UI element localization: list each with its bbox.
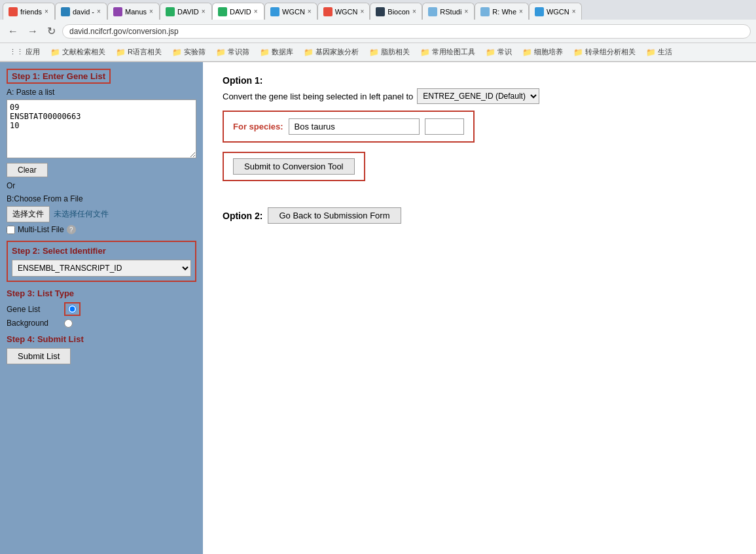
bookmark-common2[interactable]: 📁 常识: [482, 46, 516, 58]
apps-icon: ⋮⋮: [9, 48, 24, 56]
tab-favicon-wgcn3: [535, 7, 544, 16]
bookmark-gene-family[interactable]: 📁 基因家族分析: [300, 46, 363, 58]
tab-favicon-rstudio: [428, 7, 437, 16]
part-a-section: A: Paste a list 09 ENSBTAT00000663 10 Cl…: [7, 88, 196, 177]
gene-list-container: 09 ENSBTAT00000663 10: [7, 99, 196, 160]
gene-list-radio[interactable]: [68, 305, 77, 313]
tab-rstudio[interactable]: RStudi ×: [422, 3, 475, 20]
bookmark-label-literature: 文献检索相关: [62, 47, 105, 57]
bookmark-life[interactable]: 📁 生活: [642, 46, 676, 58]
url-bar[interactable]: david.ncifcrf.gov/conversion.jsp: [62, 24, 751, 39]
right-panel: Option 1: Convert the gene list being se…: [203, 62, 756, 554]
step4-section: Step 4: Submit List Submit List: [7, 334, 196, 364]
background-radio[interactable]: [64, 319, 73, 328]
tab-close-wgcn1[interactable]: ×: [308, 8, 312, 15]
tab-david3[interactable]: DAVID ×: [212, 3, 264, 20]
go-back-button[interactable]: Go Back to Submission Form: [268, 207, 401, 224]
tab-biocn[interactable]: Biocon ×: [370, 3, 422, 20]
bookmark-label-common2: 常识: [497, 47, 512, 57]
clear-button[interactable]: Clear: [7, 163, 48, 177]
option2-section: Option 2: Go Back to Submission Form: [223, 207, 736, 224]
gene-list-textarea[interactable]: 09 ENSBTAT00000663 10: [7, 99, 196, 158]
bookmark-label-cell: 细胞培养: [534, 47, 563, 57]
file-row: 选择文件 未选择任何文件: [7, 206, 196, 222]
tab-label-wgcn3: WGCN: [547, 8, 569, 16]
bookmark-r[interactable]: 📁 R语言相关: [112, 46, 166, 58]
folder-icon-common1: 📁: [216, 48, 226, 57]
tab-bar: friends × david - × Manus × DAVID × DAVI…: [0, 0, 756, 20]
tab-close-david2[interactable]: ×: [202, 8, 206, 15]
submit-conversion-button[interactable]: Submit to Conversion Tool: [233, 158, 355, 175]
option1-text: Convert the gene list being selected in …: [223, 92, 413, 101]
tab-label-rstudio: RStudi: [440, 8, 461, 16]
submit-list-button[interactable]: Submit List: [7, 348, 71, 364]
tab-label-rwhe: R: Whe: [492, 8, 516, 16]
bookmark-fat[interactable]: 📁 脂肪相关: [365, 46, 414, 58]
multilist-checkbox[interactable]: [7, 226, 15, 234]
tab-favicon-david1: [61, 7, 70, 16]
folder-icon-transcriptome: 📁: [573, 48, 583, 57]
bookmark-label-transcriptome: 转录组分析相关: [585, 47, 636, 57]
bookmark-common1[interactable]: 📁 常识筛: [212, 46, 253, 58]
tab-close-rstudio[interactable]: ×: [464, 8, 468, 15]
tab-manus[interactable]: Manus ×: [107, 3, 160, 20]
tab-wgcn1[interactable]: WGCN ×: [264, 3, 317, 20]
species-label: For species:: [233, 122, 283, 131]
help-icon[interactable]: ?: [67, 225, 76, 234]
bookmark-label-r: R语言相关: [128, 47, 162, 57]
bookmark-label-gene: 基因家族分析: [315, 47, 359, 57]
browser-chrome: friends × david - × Manus × DAVID × DAVI…: [0, 0, 756, 62]
tab-favicon-david3: [218, 7, 227, 16]
tab-close-biocn[interactable]: ×: [412, 8, 416, 15]
bookmark-drawing[interactable]: 📁 常用绘图工具: [416, 46, 479, 58]
step1-header: Step 1: Enter Gene List: [7, 69, 111, 84]
bookmark-transcriptome[interactable]: 📁 转录组分析相关: [569, 46, 639, 58]
tab-close-rwhe[interactable]: ×: [519, 8, 523, 15]
tab-close-wgcn2[interactable]: ×: [361, 8, 365, 15]
gene-list-radio-highlight: [64, 302, 81, 316]
tab-close-friends[interactable]: ×: [45, 8, 48, 15]
step3-section: Step 3: List Type Gene List Background: [7, 288, 196, 328]
identifier-select[interactable]: ENSEMBL_TRANSCRIPT_ID ENTREZ_GENE_ID ENS…: [12, 260, 191, 277]
bookmark-experiment[interactable]: 📁 实验筛: [168, 46, 209, 58]
folder-icon-life: 📁: [646, 48, 656, 57]
bookmark-cell-culture[interactable]: 📁 细胞培养: [518, 46, 567, 58]
folder-icon-gene: 📁: [304, 48, 314, 57]
species-extra-input[interactable]: [425, 118, 464, 135]
tab-label-david1: david -: [73, 8, 94, 16]
forward-button[interactable]: →: [25, 24, 41, 39]
bookmark-database[interactable]: 📁 数据库: [256, 46, 297, 58]
tab-label-wgcn1: WGCN: [282, 8, 305, 16]
tab-wgcn3[interactable]: WGCN ×: [529, 3, 582, 20]
tab-label-friends: friends: [20, 8, 42, 16]
bookmark-apps[interactable]: ⋮⋮ 应用: [5, 46, 44, 58]
tab-rwhe[interactable]: R: Whe ×: [475, 3, 529, 20]
tab-close-david1[interactable]: ×: [97, 8, 101, 15]
tab-close-wgcn3[interactable]: ×: [572, 8, 576, 15]
folder-icon-drawing: 📁: [420, 48, 430, 57]
address-bar: ← → ↻ david.ncifcrf.gov/conversion.jsp: [0, 20, 756, 43]
option1-title: Option 1:: [223, 75, 736, 86]
reload-button[interactable]: ↻: [45, 24, 58, 39]
bookmark-literature[interactable]: 📁 文献检索相关: [46, 46, 109, 58]
bookmarks-bar: ⋮⋮ 应用 📁 文献检索相关 📁 R语言相关 📁 实验筛 📁 常识筛 📁 数据库…: [0, 43, 756, 61]
tab-friends[interactable]: friends ×: [3, 3, 55, 20]
tab-favicon-wgcn1: [270, 7, 279, 16]
tab-close-david3[interactable]: ×: [254, 8, 258, 15]
gene-list-type-label: Gene List: [7, 305, 59, 314]
tab-david1[interactable]: david - ×: [55, 3, 107, 20]
tab-david2[interactable]: DAVID ×: [160, 3, 212, 20]
convert-select[interactable]: ENTREZ_GENE_ID (Default) ENSEMBL_GENE_ID…: [417, 88, 539, 104]
part-b-label: B:Choose From a File: [7, 194, 196, 203]
choose-file-button[interactable]: 选择文件: [7, 206, 50, 222]
species-input[interactable]: [289, 118, 420, 135]
submit-conversion-box: Submit to Conversion Tool: [223, 152, 365, 181]
tab-favicon-manus: [113, 7, 122, 16]
back-button[interactable]: ←: [5, 24, 21, 39]
tab-close-manus[interactable]: ×: [149, 8, 153, 15]
species-box: For species:: [223, 111, 475, 143]
bookmark-label-experiment: 实验筛: [184, 47, 206, 57]
part-a-label: A: Paste a list: [7, 88, 196, 97]
bookmark-label-drawing: 常用绘图工具: [432, 47, 475, 57]
tab-wgcn2[interactable]: WGCN ×: [317, 3, 370, 20]
